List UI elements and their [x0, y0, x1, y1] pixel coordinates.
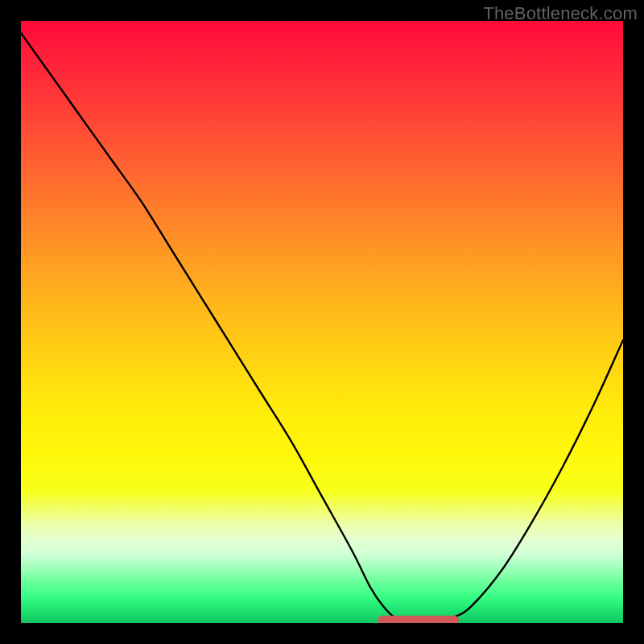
chart-frame: TheBottleneck.com [0, 0, 644, 644]
plot-area [21, 21, 623, 623]
watermark-text: TheBottleneck.com [483, 3, 638, 24]
bottleneck-curve [21, 33, 623, 623]
curve-layer [21, 21, 623, 623]
